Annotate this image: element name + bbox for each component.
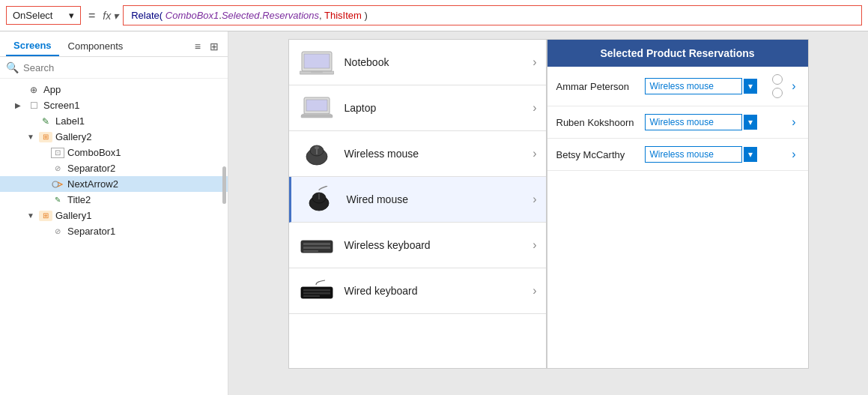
gallery-item-wireless-keyboard[interactable]: Wireless keyboard › xyxy=(289,223,546,268)
svg-rect-2 xyxy=(304,54,330,68)
property-selector[interactable]: OnSelect ▾ xyxy=(6,6,81,25)
label1-label: Label1 xyxy=(55,115,85,127)
formula-prop1: Selected xyxy=(222,10,260,21)
reservation-name-1: Ammar Peterson xyxy=(556,81,639,92)
svg-rect-7 xyxy=(301,115,333,118)
search-box: 🔍 xyxy=(0,57,228,79)
title-icon: ✎ xyxy=(51,195,64,205)
gallery-item-wired-mouse[interactable]: Wired mouse › xyxy=(289,177,546,223)
svg-rect-21 xyxy=(303,292,330,295)
formula-keyword: ThisItem xyxy=(324,10,362,21)
gallery-icon: ⊞ xyxy=(39,132,52,142)
fx-label: fx xyxy=(103,10,111,22)
gallery2-label: Gallery2 xyxy=(55,131,91,142)
main-area: Screens Components ≡ ⊞ 🔍 ⊕ App ▶ ☐ Scree… xyxy=(0,31,868,395)
tab-components[interactable]: Components xyxy=(61,37,131,55)
combo-select-2[interactable]: Wireless mouse xyxy=(645,114,742,130)
search-input[interactable] xyxy=(23,62,222,73)
tree-item-nextarrow2[interactable]: NextArrow2 xyxy=(0,176,228,192)
gallery-item-notebook[interactable]: Notebook › xyxy=(289,40,546,85)
combo-select-1[interactable]: Wireless mouse xyxy=(645,78,742,94)
panel-tabs: Screens Components ≡ ⊞ xyxy=(0,31,228,57)
wired-keyboard-label: Wired keyboard xyxy=(345,285,524,297)
wireless-mouse-image xyxy=(298,139,336,169)
scroll-indicator xyxy=(222,166,226,204)
combo-value-2: Wireless mouse xyxy=(650,117,737,127)
separator-icon: ⊘ xyxy=(51,163,64,174)
tree-item-screen1[interactable]: ▶ ☐ Screen1 xyxy=(0,97,228,113)
laptop-image xyxy=(298,93,336,123)
formula-close: ) xyxy=(362,10,368,21)
reservation-name-2: Ruben Kokshoorn xyxy=(556,117,639,128)
combo-dropdown-btn-2[interactable]: ▾ xyxy=(744,115,757,130)
screen1-arrow: ▶ xyxy=(15,101,24,109)
reservation-combo-1: Wireless mouse ▾ xyxy=(645,78,764,94)
reservation-row-2: Ruben Kokshoorn Wireless mouse ▾ › xyxy=(547,106,808,139)
notebook-arrow: › xyxy=(532,55,536,69)
gallery1-icon: ⊞ xyxy=(39,211,52,221)
tab-screens[interactable]: Screens xyxy=(6,36,59,56)
wireless-keyboard-image xyxy=(298,230,336,260)
grid-view-icon[interactable]: ⊞ xyxy=(207,39,222,54)
gallery1-label: Gallery1 xyxy=(55,210,91,221)
gallery1-arrow: ▼ xyxy=(27,211,36,220)
gallery-item-wireless-mouse[interactable]: Wireless mouse › xyxy=(289,131,546,177)
tree-item-label1[interactable]: ✎ Label1 xyxy=(0,113,228,129)
tree-item-app[interactable]: ⊕ App xyxy=(0,82,228,97)
wireless-mouse-arrow: › xyxy=(532,147,536,160)
wired-keyboard-image xyxy=(298,276,336,306)
nav-arrow-3[interactable]: › xyxy=(789,148,798,161)
nav-arrow-2[interactable]: › xyxy=(789,115,798,129)
combobox1-label: ComboBox1 xyxy=(67,147,121,158)
canvas-area: Notebook › Laptop › xyxy=(228,31,868,395)
app-label: App xyxy=(43,84,61,95)
nav-arrow-1[interactable]: › xyxy=(789,79,798,93)
gallery-item-laptop[interactable]: Laptop › xyxy=(289,85,546,131)
reservation-row-3: Betsy McCarthy Wireless mouse ▾ › xyxy=(547,139,808,171)
laptop-label: Laptop xyxy=(345,102,524,114)
tree-item-gallery1[interactable]: ▼ ⊞ Gallery1 xyxy=(0,208,228,223)
laptop-arrow: › xyxy=(532,101,536,115)
formula-input[interactable]: Relate( ComboBox1.Selected.Reservations,… xyxy=(123,5,862,25)
fx-button[interactable]: fx ▾ xyxy=(103,10,118,22)
reservation-combo-3: Wireless mouse ▾ xyxy=(645,146,783,163)
gallery-item-wired-keyboard[interactable]: Wired keyboard › xyxy=(289,268,546,314)
svg-rect-16 xyxy=(303,243,330,245)
reservation-row-1: Ammar Peterson Wireless mouse ▾ › xyxy=(547,67,808,106)
wired-mouse-arrow: › xyxy=(532,193,536,206)
notebook-image xyxy=(298,47,336,77)
tab-icons: ≡ ⊞ xyxy=(192,39,222,54)
svg-rect-6 xyxy=(306,100,327,111)
separator1-label: Separator1 xyxy=(67,226,115,237)
wired-mouse-image xyxy=(300,184,338,214)
list-view-icon[interactable]: ≡ xyxy=(192,39,204,54)
formula-prop2: Reservations xyxy=(262,10,319,21)
combo-dropdown-btn-1[interactable]: ▾ xyxy=(744,79,757,94)
svg-point-0 xyxy=(52,181,58,187)
svg-rect-17 xyxy=(303,247,330,249)
tree-item-gallery2[interactable]: ▼ ⊞ Gallery2 xyxy=(0,129,228,145)
wireless-keyboard-label: Wireless keyboard xyxy=(345,239,524,251)
tree-area: ⊕ App ▶ ☐ Screen1 ✎ Label1 ▼ ⊞ Gallery2 xyxy=(0,79,228,395)
title2-label: Title2 xyxy=(67,194,91,205)
svg-rect-20 xyxy=(303,289,330,292)
property-name: OnSelect xyxy=(13,10,52,21)
tree-item-separator1[interactable]: ⊘ Separator1 xyxy=(0,223,228,239)
tree-item-combobox1[interactable]: ⊡ ComboBox1 xyxy=(0,145,228,160)
combo-select-3[interactable]: Wireless mouse xyxy=(645,146,742,163)
reservation-combo-2: Wireless mouse ▾ xyxy=(645,114,783,130)
tree-item-title2[interactable]: ✎ Title2 xyxy=(0,192,228,208)
combo-value-3: Wireless mouse xyxy=(650,149,737,160)
screen1-label: Screen1 xyxy=(43,100,79,111)
fx-chevron: ▾ xyxy=(113,10,118,22)
formula-bar: OnSelect ▾ = fx ▾ Relate( ComboBox1.Sele… xyxy=(0,0,868,31)
tree-item-separator2[interactable]: ⊘ Separator2 xyxy=(0,160,228,176)
svg-rect-18 xyxy=(303,250,318,252)
canvas-inner: Notebook › Laptop › xyxy=(288,39,809,369)
equals-sign: = xyxy=(85,9,98,22)
svg-rect-4 xyxy=(311,71,323,73)
combo-value-1: Wireless mouse xyxy=(650,81,737,91)
combo-dropdown-btn-3[interactable]: ▾ xyxy=(744,147,757,162)
product-gallery: Notebook › Laptop › xyxy=(288,39,547,369)
reservations-header: Selected Product Reservations xyxy=(547,40,808,67)
